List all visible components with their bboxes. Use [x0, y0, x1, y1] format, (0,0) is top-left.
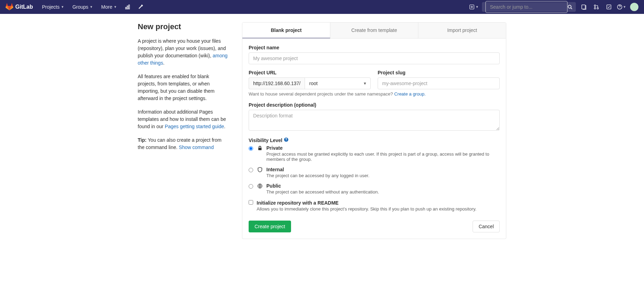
visibility-public-title: Public [266, 183, 500, 189]
nav-more[interactable]: More▼ [98, 0, 120, 14]
project-url-prefix: http://192.168.60.137/ [249, 77, 305, 89]
namespace-select[interactable]: root ▼ [305, 77, 371, 89]
form-actions: Create project Cancel [249, 221, 500, 232]
brand-name: GitLab [15, 4, 33, 10]
tab-import-project[interactable]: Import project [418, 23, 506, 38]
shield-icon [257, 167, 263, 173]
search-box[interactable] [482, 2, 576, 12]
project-slug-input[interactable] [378, 77, 500, 89]
merge-requests-icon[interactable] [590, 0, 602, 14]
side-paragraph-1: A project is where you house your files … [138, 38, 228, 67]
issues-icon[interactable] [578, 0, 590, 14]
initialize-readme-title: Initialize repository with a README [257, 200, 500, 206]
namespace-selected: root [309, 81, 317, 86]
chevron-down-icon: ▼ [363, 81, 367, 85]
chevron-down-icon: ▼ [90, 5, 93, 9]
svg-point-6 [594, 5, 596, 6]
navbar-right: ▼ ▼ [468, 0, 638, 14]
chevron-down-icon: ▼ [623, 5, 626, 9]
search-icon [567, 5, 572, 9]
chevron-down-icon: ▼ [114, 5, 117, 9]
lock-icon [257, 146, 263, 152]
pages-guide-link[interactable]: Pages getting started guide [165, 124, 224, 129]
search-input[interactable] [485, 1, 567, 13]
visibility-private-option[interactable]: Private Project access must be granted e… [249, 145, 500, 162]
visibility-internal-radio[interactable] [249, 168, 253, 172]
page-container: New project A project is where you house… [131, 14, 513, 247]
initialize-readme-option[interactable]: Initialize repository with a README Allo… [249, 200, 500, 212]
tab-blank-project[interactable]: Blank project [242, 23, 330, 39]
svg-rect-0 [126, 7, 127, 9]
tip-label: Tip: [138, 137, 146, 143]
help-dropdown[interactable]: ▼ [615, 0, 627, 14]
page-title: New project [138, 22, 228, 31]
top-navbar: GitLab Projects▼ Groups▼ More▼ ▼ [0, 0, 644, 14]
initialize-readme-desc: Allows you to immediately clone this pro… [257, 206, 500, 212]
nav-groups[interactable]: Groups▼ [69, 0, 96, 14]
visibility-internal-desc: The project can be accessed by any logge… [266, 173, 500, 178]
visibility-internal-option[interactable]: Internal The project can be accessed by … [249, 167, 500, 178]
project-description-input[interactable] [249, 110, 500, 131]
navbar-left: GitLab Projects▼ Groups▼ More▼ [6, 0, 147, 14]
create-group-link[interactable]: Create a group. [394, 91, 426, 97]
svg-point-7 [594, 8, 596, 9]
svg-rect-5 [582, 5, 585, 9]
project-slug-label: Project slug [378, 70, 500, 75]
tab-create-from-template[interactable]: Create from template [330, 23, 418, 38]
chevron-down-icon: ▼ [61, 5, 64, 9]
globe-icon [257, 183, 263, 190]
show-command-link[interactable]: Show command [179, 145, 214, 150]
svg-point-4 [568, 5, 571, 8]
visibility-internal-title: Internal [266, 167, 500, 172]
form-panel: Project name Project URL http://192.168.… [242, 39, 506, 239]
namespace-help: Want to house several dependent projects… [249, 91, 500, 97]
svg-rect-12 [258, 148, 261, 150]
project-name-input[interactable] [249, 52, 500, 64]
svg-rect-2 [129, 5, 130, 9]
side-tip: Tip: You can also create a project from … [138, 137, 228, 151]
visibility-public-radio[interactable] [249, 184, 253, 189]
svg-rect-1 [127, 6, 128, 9]
visibility-public-option[interactable]: Public The project can be accessed witho… [249, 183, 500, 195]
new-dropdown[interactable]: ▼ [468, 0, 480, 14]
activity-icon[interactable] [122, 0, 134, 14]
gitlab-logo[interactable]: GitLab [6, 3, 33, 11]
project-url-label: Project URL [249, 70, 371, 75]
admin-wrench-icon[interactable] [135, 0, 147, 14]
nav-projects[interactable]: Projects▼ [39, 0, 68, 14]
side-paragraph-3: Information about additional Pages templ… [138, 108, 228, 130]
project-description-label: Project description (optional) [249, 102, 500, 108]
initialize-readme-checkbox[interactable] [249, 200, 253, 205]
side-info: New project A project is where you house… [138, 22, 228, 239]
question-icon [617, 4, 622, 10]
visibility-private-radio[interactable] [249, 146, 253, 151]
main-panel: Blank project Create from template Impor… [242, 22, 506, 239]
project-tabs: Blank project Create from template Impor… [242, 22, 506, 39]
tanuki-icon [6, 3, 13, 11]
todos-icon[interactable] [603, 0, 615, 14]
visibility-public-desc: The project can be accessed without any … [266, 189, 500, 195]
help-icon[interactable] [284, 138, 289, 143]
create-project-button[interactable]: Create project [249, 221, 291, 232]
visibility-private-title: Private [266, 145, 500, 151]
visibility-level-label: Visibility Level [249, 137, 500, 143]
plus-icon [469, 5, 474, 9]
cancel-button[interactable]: Cancel [473, 221, 500, 232]
visibility-private-desc: Project access must be granted explicitl… [266, 151, 500, 162]
chevron-down-icon: ▼ [476, 5, 479, 9]
project-url-group: http://192.168.60.137/ root ▼ [249, 77, 371, 89]
side-paragraph-2: All features are enabled for blank proje… [138, 73, 228, 102]
project-name-label: Project name [249, 45, 500, 50]
user-avatar[interactable] [630, 3, 638, 11]
svg-point-8 [597, 8, 598, 9]
